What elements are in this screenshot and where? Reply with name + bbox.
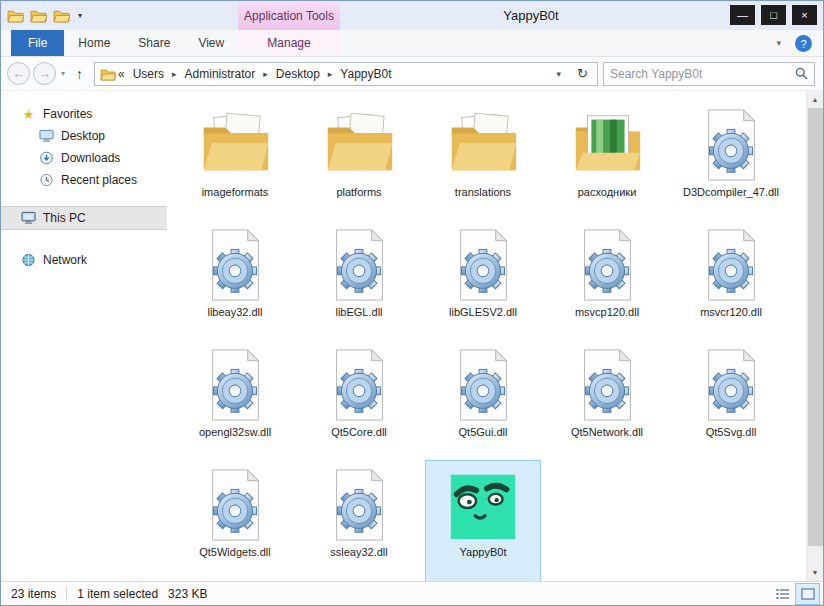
file-item[interactable]: libeay32.dll — [178, 221, 292, 341]
qat-folder-icon-2[interactable] — [53, 8, 70, 23]
file-item[interactable]: Qt5Gui.dll — [426, 341, 540, 461]
folder-icon — [196, 103, 274, 185]
address-dropdown-chevron-icon[interactable]: ▾ — [550, 69, 569, 79]
file-name: Qt5Network.dll — [571, 426, 643, 439]
vertical-scrollbar[interactable]: ▲ ▼ — [806, 91, 823, 581]
tab-manage[interactable]: Manage — [238, 30, 340, 56]
file-item[interactable]: imageformats — [178, 101, 292, 221]
view-toggle-buttons — [771, 584, 819, 604]
breadcrumb-administrator[interactable]: Administrator — [179, 67, 262, 81]
breadcrumb-separator-icon: ▸ — [263, 69, 268, 79]
large-icons-view-icon — [801, 588, 815, 600]
desktop-label: Desktop — [61, 129, 105, 143]
file-name: opengl32sw.dll — [199, 426, 271, 439]
recent-places-label: Recent places — [61, 173, 137, 187]
file-item[interactable]: libEGL.dll — [302, 221, 416, 341]
forward-button[interactable]: → — [33, 62, 56, 85]
tab-view[interactable]: View — [184, 30, 238, 56]
file-item[interactable]: msvcr120.dll — [674, 221, 788, 341]
file-item[interactable]: opengl32sw.dll — [178, 341, 292, 461]
scroll-up-icon[interactable]: ▲ — [807, 91, 823, 108]
file-item[interactable]: platforms — [302, 101, 416, 221]
file-item[interactable]: translations — [426, 101, 540, 221]
tab-home[interactable]: Home — [64, 30, 124, 56]
qat-customize-chevron-icon[interactable]: ▾ — [76, 11, 84, 20]
sidebar-item-downloads[interactable]: Downloads — [1, 147, 167, 169]
sidebar-item-favorites[interactable]: ★ Favorites — [1, 103, 167, 125]
selection-count: 1 item selected — [77, 587, 158, 601]
this-pc-label: This PC — [43, 211, 86, 225]
file-item[interactable]: YappyB0t — [426, 461, 540, 581]
details-view-button[interactable] — [771, 584, 794, 604]
back-button[interactable]: ← — [7, 62, 30, 85]
help-button[interactable]: ? — [795, 35, 812, 52]
refresh-icon[interactable]: ↻ — [570, 66, 595, 81]
file-item[interactable]: Qt5Network.dll — [550, 341, 664, 461]
breadcrumb-separator-icon: ▸ — [172, 69, 177, 79]
file-name: libEGL.dll — [335, 306, 382, 319]
address-bar[interactable]: « Users ▸ Administrator ▸ Desktop ▸ Yapp… — [94, 62, 598, 86]
breadcrumb-desktop[interactable]: Desktop — [270, 67, 326, 81]
forward-icon: → — [38, 66, 51, 81]
up-button[interactable]: ↑ — [70, 66, 89, 82]
file-name: libeay32.dll — [207, 306, 262, 319]
breadcrumb-users[interactable]: Users — [127, 67, 170, 81]
sidebar-item-desktop[interactable]: Desktop — [1, 125, 167, 147]
ribbon-tab-row: File Home Share View Manage ▾ ? — [1, 30, 823, 57]
file-item[interactable]: Qt5Core.dll — [302, 341, 416, 461]
file-item[interactable]: ssleay32.dll — [302, 461, 416, 581]
dll-icon — [196, 343, 274, 425]
ribbon-expand-chevron-icon[interactable]: ▾ — [776, 38, 781, 48]
scrollbar-thumb[interactable] — [808, 108, 823, 546]
download-arrow-icon — [39, 151, 54, 165]
network-icon — [21, 253, 36, 267]
dll-icon — [196, 223, 274, 305]
sidebar-item-recent-places[interactable]: Recent places — [1, 169, 167, 191]
minimize-button[interactable]: — — [730, 5, 755, 25]
tab-share[interactable]: Share — [124, 30, 184, 56]
file-item[interactable]: msvcp120.dll — [550, 221, 664, 341]
sidebar-item-this-pc[interactable]: This PC — [1, 207, 167, 229]
system-folder-icon[interactable] — [7, 8, 24, 23]
dll-icon — [444, 223, 522, 305]
search-icon[interactable] — [795, 67, 808, 80]
address-folder-icon — [100, 67, 116, 81]
search-input[interactable] — [610, 67, 791, 81]
folder-icon — [444, 103, 522, 185]
scroll-down-icon[interactable]: ▼ — [807, 564, 823, 581]
network-label: Network — [43, 253, 87, 267]
large-icons-view-button[interactable] — [796, 584, 819, 604]
file-item[interactable]: D3Dcompiler_47.dll — [674, 101, 788, 221]
file-name: YappyB0t — [460, 546, 507, 559]
tab-file[interactable]: File — [11, 30, 64, 56]
file-name: D3Dcompiler_47.dll — [683, 186, 779, 199]
search-box — [603, 62, 815, 86]
folder-image-icon — [568, 103, 646, 185]
file-name: platforms — [336, 186, 381, 199]
details-view-icon — [776, 588, 790, 600]
file-name: Qt5Svg.dll — [706, 426, 757, 439]
file-item[interactable]: расходники — [550, 101, 664, 221]
dll-icon — [320, 343, 398, 425]
favorites-label: Favorites — [43, 107, 92, 121]
close-button[interactable]: × — [792, 5, 817, 25]
dll-icon — [692, 103, 770, 185]
breadcrumb-overflow[interactable]: « — [118, 67, 125, 81]
downloads-label: Downloads — [61, 151, 120, 165]
maximize-button[interactable]: □ — [761, 5, 786, 25]
file-name: libGLESV2.dll — [449, 306, 517, 319]
dll-icon — [196, 463, 274, 545]
breadcrumb-yappyb0t[interactable]: YappyB0t — [334, 67, 397, 81]
file-name: msvcp120.dll — [575, 306, 639, 319]
explorer-window: ▾ Application Tools YappyB0t — □ × File … — [0, 0, 824, 606]
qat-folder-icon[interactable] — [30, 8, 47, 23]
file-name: Qt5Core.dll — [331, 426, 387, 439]
file-item[interactable]: libGLESV2.dll — [426, 221, 540, 341]
computer-icon — [21, 211, 36, 225]
file-item[interactable]: Qt5Widgets.dll — [178, 461, 292, 581]
file-item[interactable]: Qt5Svg.dll — [674, 341, 788, 461]
quick-access-toolbar: ▾ — [1, 8, 84, 23]
dll-icon — [320, 463, 398, 545]
sidebar-item-network[interactable]: Network — [1, 249, 167, 271]
recent-locations-chevron-icon[interactable]: ▾ — [59, 69, 67, 78]
